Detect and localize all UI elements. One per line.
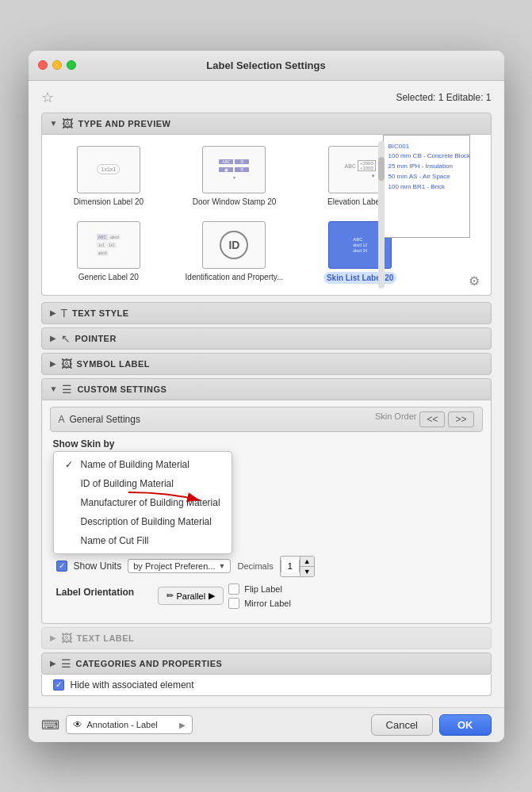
symbol-label-icon: 🖼 xyxy=(61,358,72,370)
generic-preview: ABC abcd 1x1 1x1 abcd xyxy=(97,234,121,256)
annotation-select[interactable]: 👁 Annotation - Label ▶ xyxy=(66,715,193,734)
show-skin-by-label: Show Skin by xyxy=(53,438,148,450)
parallel-arrow: ▶ xyxy=(209,591,215,601)
type-and-preview-section: ▼ 🖼 TYPE AND PREVIEW 1x1x1 Dimension Lab… xyxy=(41,113,492,296)
minimize-button[interactable] xyxy=(52,60,62,70)
show-skin-by-dropdown[interactable]: ✓ Name of Building Material ID of Buildi… xyxy=(53,451,232,554)
parallel-icon: ✏ xyxy=(166,591,174,601)
footer: ⌨ 👁 Annotation - Label ▶ Cancel OK xyxy=(29,707,504,742)
skinlist-preview: ABC abcd 12 abcd 34 xyxy=(351,235,369,254)
show-skin-by-row: Show Skin by ✓ Name of Building Material xyxy=(53,438,480,450)
elevation-preview: ABC +2000+1000 ▼ xyxy=(345,160,376,178)
label-item-generic[interactable]: ABC abcd 1x1 1x1 abcd xyxy=(50,218,168,287)
label-name-doorwindow: Door Window Stamp 20 xyxy=(193,197,277,207)
categories-properties-section: ▶ ☰ CATEGORIES AND PROPERTIES ✓ Hide wit… xyxy=(41,652,492,696)
label-item-doorwindow[interactable]: ABC ☰ ▣ ☰ ▼ Door Window Stamp 20 xyxy=(175,143,293,210)
footer-right: Cancel OK xyxy=(371,714,492,736)
preview-skin-text: BIC001 100 mm CB - Concrete Block 25 mm … xyxy=(388,142,471,193)
pointer-section: ▶ ↖ POINTER xyxy=(41,327,492,350)
preview-line-4: 100 mm BR1 - Brick xyxy=(388,182,471,193)
dropdown-item-label-1: ID of Building Material xyxy=(81,478,174,489)
custom-settings-section: ▼ ☰ CUSTOM SETTINGS A General Settings S… xyxy=(41,378,492,624)
dropdown-item-id-building-material[interactable]: ID of Building Material xyxy=(54,474,232,493)
text-label-icon: 🖼 xyxy=(61,632,72,645)
show-units-select-arrow: ▼ xyxy=(219,562,226,570)
doorwindow-preview: ABC ☰ ▣ ☰ ▼ xyxy=(219,159,249,180)
show-units-check-icon: ✓ xyxy=(59,562,65,570)
pointer-arrow: ▶ xyxy=(50,334,56,342)
type-and-preview-header[interactable]: ▼ 🖼 TYPE AND PREVIEW xyxy=(41,113,492,135)
custom-settings-arrow: ▼ xyxy=(50,385,58,393)
nav-next-button[interactable]: >> xyxy=(448,411,473,427)
check-icon-name: ✓ xyxy=(65,459,76,470)
dimension-preview: 1x1x1 xyxy=(97,164,120,174)
symbol-label-header[interactable]: ▶ 🖼 SYMBOL LABEL xyxy=(41,353,492,375)
ok-button[interactable]: OK xyxy=(439,714,492,736)
label-name-generic: Generic Label 20 xyxy=(78,272,139,282)
dropdown-item-label-3: Description of Building Material xyxy=(81,516,212,527)
show-units-label: Show Units xyxy=(74,561,122,572)
dropdown-item-label-0: Name of Building Material xyxy=(81,459,189,470)
dropdown-item-manufacturer[interactable]: Manufacturer of Building Material xyxy=(54,493,232,512)
label-item-dimension[interactable]: 1x1x1 Dimension Label 20 xyxy=(50,143,168,210)
section-collapse-arrow: ▼ xyxy=(50,119,58,128)
titlebar: Label Selection Settings xyxy=(29,51,504,81)
show-units-checkbox[interactable]: ✓ xyxy=(56,561,67,572)
general-settings-left: A General Settings xyxy=(59,414,140,425)
label-name-identification: Identification and Property... xyxy=(186,272,284,282)
custom-settings-header[interactable]: ▼ ☰ CUSTOM SETTINGS xyxy=(41,378,492,400)
general-settings-label: General Settings xyxy=(70,414,140,425)
orientation-checks: Flip Label Mirror Label xyxy=(228,583,291,609)
selected-info: Selected: 1 Editable: 1 xyxy=(396,92,491,103)
dropdown-item-name-building-material[interactable]: ✓ Name of Building Material xyxy=(54,455,232,474)
close-button[interactable] xyxy=(38,60,48,70)
show-units-select[interactable]: by Project Preferen... ▼ xyxy=(128,559,231,573)
custom-settings-title: CUSTOM SETTINGS xyxy=(77,385,166,394)
hide-associated-checkbox[interactable]: ✓ xyxy=(53,679,64,691)
flip-label-text: Flip Label xyxy=(244,584,282,594)
orientation-top: ✏ Parallel ▶ Flip Label xyxy=(158,583,291,609)
flip-label-checkbox[interactable] xyxy=(228,583,239,595)
hide-associated-check-icon: ✓ xyxy=(55,681,62,689)
settings-body: Show Skin by ✓ Name of Building Material xyxy=(50,438,483,609)
label-name-skinlist: Skin List Label 20 xyxy=(323,272,396,284)
categories-properties-header[interactable]: ▶ ☰ CATEGORIES AND PROPERTIES xyxy=(41,652,492,675)
top-bar: ☆ Selected: 1 Editable: 1 xyxy=(41,89,492,106)
pointer-header[interactable]: ▶ ↖ POINTER xyxy=(41,327,492,350)
traffic-lights xyxy=(38,60,76,70)
parallel-label: Parallel xyxy=(177,591,206,601)
label-item-identification[interactable]: ID Identification and Property... xyxy=(175,218,293,287)
settings-icon-btn[interactable]: ⚙ xyxy=(469,274,480,289)
label-grid: 1x1x1 Dimension Label 20 ABC ☰ xyxy=(50,143,419,287)
text-style-header[interactable]: ▶ T TEXT STYLE xyxy=(41,302,492,324)
preview-line-0: BIC001 xyxy=(388,142,471,152)
parallel-button[interactable]: ✏ Parallel ▶ xyxy=(158,587,224,605)
cancel-button[interactable]: Cancel xyxy=(371,714,433,736)
mirror-label-checkbox[interactable] xyxy=(228,598,239,609)
dropdown-item-description[interactable]: Description of Building Material xyxy=(54,512,232,531)
maximize-button[interactable] xyxy=(67,60,76,70)
show-units-select-value: by Project Preferen... xyxy=(133,561,215,571)
nav-prev-button[interactable]: << xyxy=(419,411,445,427)
flip-label-row: Flip Label xyxy=(228,583,291,595)
dropdown-item-cut-fill[interactable]: Name of Cut Fill xyxy=(54,531,232,550)
preview-content: BIC001 100 mm CB - Concrete Block 25 mm … xyxy=(388,142,471,193)
symbol-label-title: SYMBOL LABEL xyxy=(77,359,151,369)
skin-order-label: Skin Order xyxy=(375,411,417,427)
pointer-title: POINTER xyxy=(75,334,117,343)
text-label-arrow: ▶ xyxy=(50,633,56,642)
decimals-label: Decimals xyxy=(237,561,273,571)
favorite-button[interactable]: ☆ xyxy=(41,89,54,106)
decimals-increment[interactable]: ▲ xyxy=(300,557,314,567)
orientation-controls: ✏ Parallel ▶ Flip Label xyxy=(158,583,291,609)
categories-properties-icon: ☰ xyxy=(61,657,71,670)
text-label-header[interactable]: ▶ 🖼 TEXT LABEL xyxy=(41,627,492,649)
mirror-label-row: Mirror Label xyxy=(228,598,291,609)
preview-line-1: 100 mm CB - Concrete Block xyxy=(388,151,471,162)
scrollbar[interactable] xyxy=(377,141,386,289)
annotation-label: Annotation - Label xyxy=(87,720,158,729)
type-preview-icon: 🖼 xyxy=(62,117,73,130)
label-name-dimension: Dimension Label 20 xyxy=(74,197,144,207)
decimals-decrement[interactable]: ▼ xyxy=(300,567,314,576)
type-preview-title: TYPE AND PREVIEW xyxy=(78,119,170,128)
